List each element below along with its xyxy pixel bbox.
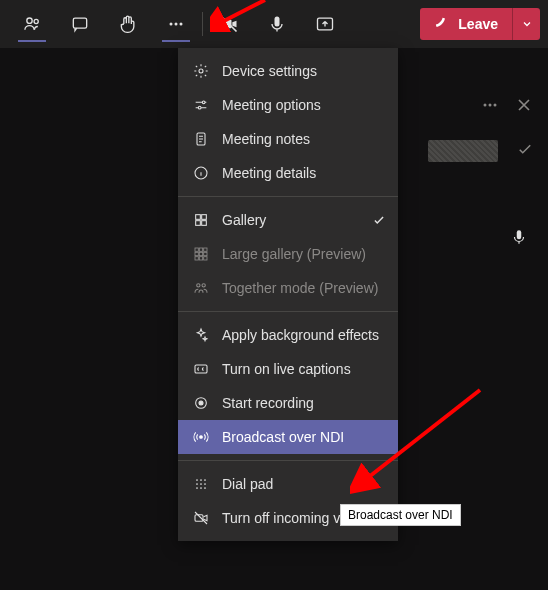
- svg-rect-19: [199, 248, 202, 251]
- svg-point-28: [202, 284, 205, 287]
- svg-point-31: [199, 401, 203, 405]
- microphone-icon: [267, 14, 287, 34]
- svg-rect-14: [196, 215, 201, 220]
- menu-meeting-notes[interactable]: Meeting notes: [178, 122, 398, 156]
- menu-dial-pad[interactable]: Dial pad: [178, 467, 398, 501]
- svg-point-44: [484, 104, 487, 107]
- svg-point-41: [204, 487, 206, 489]
- svg-point-10: [202, 101, 205, 104]
- menu-label: Start recording: [222, 395, 314, 411]
- grid-icon: [192, 211, 210, 229]
- people-icon: [22, 14, 42, 34]
- menu-section-layout: Gallery Large gallery (Preview) Together…: [178, 197, 398, 311]
- svg-rect-20: [204, 248, 207, 251]
- tooltip: Broadcast over NDI: [340, 504, 461, 526]
- hangup-icon: [434, 16, 450, 32]
- svg-point-11: [198, 106, 201, 109]
- participant-header-controls: [480, 95, 534, 115]
- svg-point-36: [196, 483, 198, 485]
- svg-rect-25: [199, 257, 202, 260]
- menu-label: Broadcast over NDI: [222, 429, 344, 445]
- svg-point-35: [204, 479, 206, 481]
- leave-button[interactable]: Leave: [420, 16, 512, 32]
- svg-point-0: [27, 18, 32, 23]
- svg-rect-29: [195, 365, 207, 373]
- camera-button[interactable]: [205, 0, 253, 48]
- microphone-icon: [510, 228, 528, 246]
- participants-button[interactable]: [8, 0, 56, 48]
- svg-rect-18: [195, 248, 198, 251]
- record-icon: [192, 394, 210, 412]
- participant-name-placeholder: [428, 140, 498, 162]
- svg-rect-7: [275, 17, 280, 27]
- svg-point-1: [34, 19, 38, 23]
- menu-broadcast-ndi[interactable]: Broadcast over NDI: [178, 420, 398, 454]
- svg-point-39: [196, 487, 198, 489]
- info-icon: [192, 164, 210, 182]
- menu-live-captions[interactable]: Turn on live captions: [178, 352, 398, 386]
- menu-label: Meeting details: [222, 165, 316, 181]
- menu-label: Together mode (Preview): [222, 280, 378, 296]
- svg-rect-23: [204, 252, 207, 255]
- sparkle-icon: [192, 326, 210, 344]
- menu-device-settings[interactable]: Device settings: [178, 54, 398, 88]
- menu-label: Device settings: [222, 63, 317, 79]
- svg-rect-17: [202, 221, 207, 226]
- menu-gallery[interactable]: Gallery: [178, 203, 398, 237]
- menu-label: Dial pad: [222, 476, 273, 492]
- menu-section-settings: Device settings Meeting options Meeting …: [178, 48, 398, 196]
- together-icon: [192, 279, 210, 297]
- sliders-icon: [192, 96, 210, 114]
- chat-button[interactable]: [56, 0, 104, 48]
- leave-options-button[interactable]: [512, 8, 540, 40]
- close-panel-button[interactable]: [514, 95, 534, 115]
- menu-large-gallery: Large gallery (Preview): [178, 237, 398, 271]
- camera-off-icon: [219, 14, 239, 34]
- svg-point-3: [170, 23, 173, 26]
- grid-large-icon: [192, 245, 210, 263]
- svg-point-40: [200, 487, 202, 489]
- checkmark-icon: [516, 140, 534, 158]
- menu-label: Large gallery (Preview): [222, 246, 366, 262]
- ellipsis-icon: [166, 14, 186, 34]
- chevron-down-icon: [521, 18, 533, 30]
- more-actions-button[interactable]: [152, 0, 200, 48]
- share-screen-icon: [315, 14, 335, 34]
- menu-meeting-details[interactable]: Meeting details: [178, 156, 398, 190]
- menu-section-features: Apply background effects Turn on live ca…: [178, 312, 398, 460]
- svg-rect-24: [195, 257, 198, 260]
- dialpad-icon: [192, 475, 210, 493]
- menu-label: Turn on live captions: [222, 361, 351, 377]
- participant-more-button[interactable]: [480, 95, 500, 115]
- gear-icon: [192, 62, 210, 80]
- svg-point-45: [489, 104, 492, 107]
- raise-hand-button[interactable]: [104, 0, 152, 48]
- svg-rect-16: [196, 221, 201, 226]
- notes-icon: [192, 130, 210, 148]
- svg-point-9: [199, 69, 203, 73]
- svg-rect-26: [204, 257, 207, 260]
- menu-meeting-options[interactable]: Meeting options: [178, 88, 398, 122]
- ellipsis-icon: [480, 95, 500, 115]
- toolbar-separator: [202, 12, 203, 36]
- menu-start-recording[interactable]: Start recording: [178, 386, 398, 420]
- share-button[interactable]: [301, 0, 349, 48]
- more-actions-menu: Device settings Meeting options Meeting …: [178, 48, 398, 541]
- menu-label: Meeting options: [222, 97, 321, 113]
- svg-rect-47: [517, 230, 522, 239]
- participant-mic-button[interactable]: [510, 228, 528, 250]
- microphone-button[interactable]: [253, 0, 301, 48]
- menu-label: Gallery: [222, 212, 266, 228]
- svg-point-34: [200, 479, 202, 481]
- menu-section-call: Dial pad Turn off incoming video: [178, 461, 398, 541]
- menu-together-mode: Together mode (Preview): [178, 271, 398, 305]
- menu-label: Meeting notes: [222, 131, 310, 147]
- svg-point-37: [200, 483, 202, 485]
- hand-icon: [118, 14, 138, 34]
- svg-line-43: [195, 512, 207, 524]
- menu-background-effects[interactable]: Apply background effects: [178, 318, 398, 352]
- video-off-icon: [192, 509, 210, 527]
- svg-point-5: [180, 23, 183, 26]
- svg-point-32: [200, 436, 203, 439]
- menu-label: Apply background effects: [222, 327, 379, 343]
